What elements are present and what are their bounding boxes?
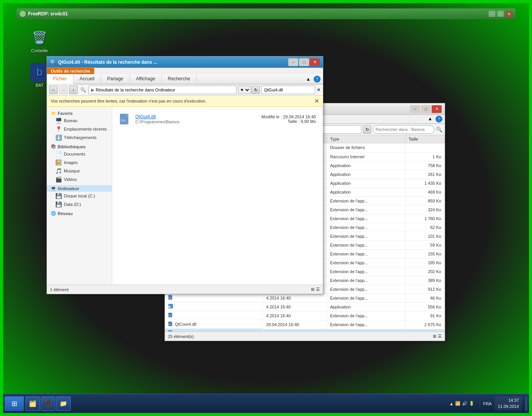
bareos-search-input[interactable] [373,125,434,134]
videos-icon: 🎬 [55,176,62,182]
bareos-minimize[interactable]: − [410,105,420,113]
table-row[interactable]: DLL 4.2014 16:40 Extension de l'app... 4… [165,293,445,302]
ribbon-help-btn[interactable]: ? [314,76,321,83]
bareos-help-btn[interactable]: ? [436,116,442,123]
sidebar-section-favoris: ⭐Favoris 🖥️ Bureau 📍 Emplacements récent… [47,110,112,142]
cell-modified: 29.04.2014 16:40 [263,329,327,331]
sidebar-item-emplacements[interactable]: 📍 Emplacements récents [47,125,112,133]
sidebar-header-favoris[interactable]: ⭐Favoris [47,110,112,116]
tray-arrow[interactable]: ▲ [449,401,454,406]
start-button[interactable]: ⊞ [5,396,24,411]
taskbar-btn-explorer2[interactable]: 📁 [56,396,71,411]
search-input[interactable] [261,86,315,94]
col-size[interactable]: Taille [405,135,444,143]
svg-text:DLL: DLL [169,297,172,299]
cell-type: Extension de l'app... [327,214,405,223]
sidebar-header-reseau[interactable]: 🌐Réseau [47,210,112,217]
cell-type: Extension de l'app... [327,232,405,240]
bareos-view-list[interactable]: ⊞ [433,334,436,339]
table-row[interactable]: ▶ 4.2014 16:40 Application 556 Ko [165,302,445,311]
taskbar-btn-cmd[interactable]: ⬛ [41,396,55,411]
search-close[interactable]: ✕ [310,58,320,66]
cell-type: Application [327,179,405,187]
dll-file-icon: DLL [119,113,131,125]
taskbar-btn-explorer1[interactable]: 🗂️ [25,396,40,411]
taskbar-clock[interactable]: 14:37 11.09.2014 [495,396,522,411]
bareos-refresh[interactable]: ↻ [363,125,371,134]
bareos-maximize[interactable]: □ [421,105,431,113]
sidebar-item-disque-c[interactable]: 💾 Disque local (C:) [47,192,112,200]
warning-text: Vos recherches peuvent être lentes, car … [51,99,206,103]
cell-size: 389 Ko [405,276,444,285]
view-list-btn[interactable]: ⊞ [311,287,314,292]
forward-btn[interactable]: → [59,86,68,94]
musique-icon: 🎵 [55,168,62,174]
sidebar-header-ordinateur[interactable]: 💻Ordinateur [47,185,112,192]
tab-affichage[interactable]: Affichage [130,74,162,84]
sidebar-item-telechargements[interactable]: ⬇️ Téléchargements [47,133,112,142]
cell-type: Extension de l'app... [327,320,405,329]
bareos-view-details[interactable]: ☰ [438,334,442,339]
search-maximize[interactable]: □ [299,58,309,66]
search-address-bar: ← → ↑ 🔍 ▶ Résultats de la recherche dans… [47,85,323,96]
bat-icon: b [30,63,49,81]
cell-type: Application [327,302,405,311]
freerdp-maximize[interactable]: □ [497,11,504,17]
desktop-icon-corbeille[interactable]: 🗑️ Corbeille [24,26,55,55]
language-indicator[interactable]: FRA [483,401,492,406]
cell-type: Extension de l'app... [327,311,405,320]
cell-name: DLL QtCore4.dll [165,320,263,329]
search-status-text: 1 élément [50,287,68,292]
bareos-window-controls: − □ ✕ [410,105,442,113]
freerdp-controls: − □ ✕ [489,11,512,17]
search-result-item[interactable]: DLL QtGui4.dll C:\Programmes\Bareos Modi… [116,111,319,128]
tab-fichier[interactable]: Fichier [47,74,73,84]
table-row[interactable]: DLL QtGui4.dll 29.04.2014 16:40 Extensio… [165,329,445,331]
ribbon-collapse-btn[interactable]: ▲ [306,76,312,82]
bureau-icon: 🖥️ [55,118,62,124]
search-minimize[interactable]: − [288,58,298,66]
sidebar-item-videos[interactable]: 🎬 Vidéos [47,175,112,184]
bareos-close[interactable]: ✕ [432,105,442,113]
bareos-up-arrow[interactable]: ▲ [428,116,434,122]
table-row[interactable]: DLL 4.2014 16:40 Extension de l'app... 9… [165,311,445,320]
bareos-search-icon[interactable]: 🔍 [436,126,442,133]
search-icon-addr: 🔍 [79,86,87,94]
table-row[interactable]: DLL QtCore4.dll 29.04.2014 16:40 Extensi… [165,320,445,329]
data-d-icon: 💾 [55,201,62,207]
col-type[interactable]: Type [327,135,405,143]
freerdp-minimize[interactable]: − [489,11,495,17]
addr-refresh[interactable]: ↻ [251,86,260,94]
addr-dropdown[interactable]: ▼ [238,86,251,94]
svg-text:DLL: DLL [121,119,126,122]
tab-recherche[interactable]: Recherche [162,74,197,84]
sidebar-item-documents[interactable]: 📄 Documents [47,150,112,158]
tab-accueil[interactable]: Accueil [73,74,101,84]
sidebar-item-bureau[interactable]: 🖥️ Bureau [47,116,112,125]
sidebar-item-images[interactable]: 🖼️ Images [47,158,112,167]
warning-close-btn[interactable]: ✕ [314,98,319,104]
documents-icon: 📄 [55,151,62,157]
sidebar-item-musique[interactable]: 🎵 Musique [47,167,112,175]
svg-text:DLL: DLL [169,315,172,317]
emplacements-icon: 📍 [55,126,62,132]
tab-partage[interactable]: Partage [101,74,130,84]
tray-battery-icon: 🔋 [469,401,474,406]
file-type-icon: DLL [168,312,173,318]
sidebar-item-data-d[interactable]: 💾 Data (D:) [47,200,112,209]
view-detail-btn[interactable]: ☰ [316,287,320,292]
up-btn[interactable]: ↑ [69,86,78,94]
cell-type: Extension de l'app... [327,276,405,285]
cell-size: 101 Ko [405,232,444,240]
taskbar-tray: ▲ 📶 🔊 🔋 [447,401,477,406]
search-clear-btn[interactable]: ✕ [317,87,321,93]
address-display[interactable]: ▶ Résultats de la recherche dans Ordinat… [88,86,236,94]
freerdp-close[interactable]: ✕ [505,11,512,17]
cell-type: Extension de l'app... [327,196,405,205]
show-desktop-btn[interactable] [525,396,527,411]
cell-type: Extension de l'app... [327,293,405,302]
sidebar-header-bibliotheques[interactable]: 📚Bibliothèques [47,143,112,150]
search-view-controls: ⊞ ☰ [311,287,320,292]
cell-size: 9 225 Ko [405,329,444,331]
back-btn[interactable]: ← [49,86,58,94]
